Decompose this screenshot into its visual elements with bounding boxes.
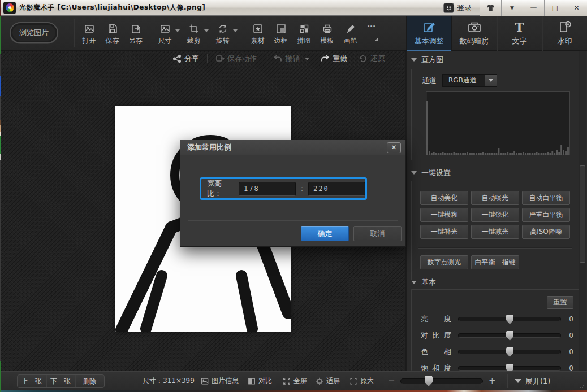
- white-balance-one-touch-button[interactable]: 白平衡一指键: [471, 255, 519, 269]
- digital-spot-metering-button[interactable]: 数字点测光: [420, 255, 468, 269]
- undo-button[interactable]: 撤销: [267, 54, 315, 64]
- scrollbar-thumb[interactable]: [580, 165, 585, 263]
- open-button[interactable]: 打开: [77, 16, 101, 51]
- delete-image-button[interactable]: 删除: [75, 375, 104, 387]
- dialog-title-bar[interactable]: 添加常用比例 ✕: [180, 140, 405, 155]
- actionbar-divider: [265, 54, 265, 63]
- chevron-down-icon: [489, 79, 493, 82]
- undo-dropdown-icon[interactable]: [305, 58, 309, 60]
- ratio-colon: :: [301, 185, 303, 193]
- fullscreen-button[interactable]: 全屏: [283, 371, 307, 391]
- compare-icon: [248, 377, 256, 385]
- material-button[interactable]: 素材: [246, 16, 269, 51]
- ok-button[interactable]: 确定: [301, 226, 349, 241]
- ratio-height-input[interactable]: [308, 182, 365, 196]
- edit-square-icon: [422, 20, 437, 34]
- fit-screen-button[interactable]: 适屏: [316, 371, 340, 391]
- auto-beautify-button[interactable]: 自动美化: [420, 191, 468, 205]
- redo-button[interactable]: 重做: [315, 54, 353, 64]
- tab-text[interactable]: T 文字: [497, 16, 542, 51]
- maximize-button[interactable]: □: [544, 0, 566, 16]
- channel-select[interactable]: RGB通道: [442, 74, 485, 87]
- desktop-edge-sliver: [0, 0, 1, 392]
- contrast-slider-row: 对比度 0: [421, 330, 573, 341]
- zoom-out-button[interactable]: −: [388, 371, 395, 391]
- zoom-in-button[interactable]: +: [489, 371, 496, 391]
- close-button[interactable]: ✕: [566, 0, 587, 16]
- onekey-section-header[interactable]: 一键设置: [411, 167, 451, 178]
- frame-icon: [275, 23, 287, 34]
- previous-image-button[interactable]: 上一张: [18, 375, 46, 387]
- fit-screen-icon: [316, 377, 323, 385]
- basic-section-header[interactable]: 基本: [411, 277, 436, 288]
- slider-thumb[interactable]: [506, 331, 513, 341]
- save-button[interactable]: 保存: [101, 16, 124, 51]
- dropdown-arrow-icon[interactable]: [233, 29, 238, 32]
- resize-icon: [159, 23, 171, 34]
- rotate-button[interactable]: 旋转: [211, 16, 234, 51]
- menu-chevron-button[interactable]: ▼: [501, 0, 523, 16]
- onekey-blur-button[interactable]: 一键模糊: [420, 208, 468, 222]
- share-button[interactable]: 分享: [167, 54, 205, 64]
- reset-button[interactable]: 重置: [547, 296, 573, 309]
- navigation-group: 上一张 下一张 删除: [17, 374, 105, 388]
- template-button[interactable]: 模板: [316, 16, 339, 51]
- onekey-sharpen-button[interactable]: 一键锐化: [471, 208, 519, 222]
- auto-exposure-button[interactable]: 自动曝光: [471, 191, 519, 205]
- skin-button[interactable]: [480, 0, 501, 16]
- onekey-section: 自动美化 自动曝光 自动白平衡 一键模糊 一键锐化 严重白平衡 一键补光 一键减…: [411, 181, 580, 280]
- ratio-field-group: 宽高比： :: [200, 177, 367, 200]
- original-size-icon: [349, 377, 357, 385]
- contrast-slider[interactable]: [458, 333, 561, 338]
- severe-white-balance-button[interactable]: 严重白平衡: [522, 208, 570, 222]
- text-T-icon: T: [515, 20, 524, 34]
- save-as-button[interactable]: 另存: [124, 16, 147, 51]
- panel-scrollbar[interactable]: [579, 51, 586, 371]
- tab-basic-adjust[interactable]: 基本调整: [406, 16, 451, 51]
- slider-thumb[interactable]: [506, 347, 513, 357]
- brush-button[interactable]: 画笔: [339, 16, 362, 51]
- ratio-width-input[interactable]: [239, 182, 296, 196]
- login-button[interactable]: 登录: [439, 0, 480, 16]
- dropdown-arrow-icon[interactable]: [175, 29, 180, 32]
- dropdown-arrow-icon[interactable]: [204, 29, 209, 32]
- hue-slider[interactable]: [458, 350, 561, 354]
- zoom-slider[interactable]: [400, 378, 483, 384]
- compare-button[interactable]: 对比: [248, 371, 272, 391]
- next-image-button[interactable]: 下一张: [46, 375, 75, 387]
- template-printer-icon: [322, 23, 333, 34]
- dialog-close-button[interactable]: ✕: [387, 142, 401, 153]
- high-iso-denoise-button[interactable]: 高ISO降噪: [522, 225, 570, 239]
- image-info-icon: [201, 377, 209, 385]
- channel-dropdown-button[interactable]: [485, 74, 497, 87]
- saturation-slider[interactable]: [458, 366, 561, 371]
- histogram-bars: [426, 92, 569, 155]
- onekey-fill-light-button[interactable]: 一键补光: [420, 225, 468, 239]
- original-size-button[interactable]: 原大: [349, 371, 374, 391]
- more-tools-button[interactable]: ⋯: [362, 16, 381, 51]
- slider-thumb[interactable]: [506, 315, 513, 324]
- collage-button[interactable]: 拼图: [292, 16, 316, 51]
- browse-images-button[interactable]: 浏览图片: [10, 22, 58, 43]
- cancel-button[interactable]: 取消: [353, 226, 402, 241]
- expand-handle-icon: [374, 37, 378, 41]
- histogram-section-header[interactable]: 直方图: [411, 54, 443, 66]
- image-info-button[interactable]: 图片信息: [201, 371, 239, 391]
- resize-button[interactable]: 尺寸: [153, 16, 176, 51]
- restore-icon: [359, 54, 368, 63]
- brightness-slider[interactable]: [458, 317, 561, 321]
- save-action-button[interactable]: 保存动作: [210, 54, 262, 64]
- minimize-button[interactable]: —: [523, 0, 544, 16]
- camera-icon: [467, 20, 482, 34]
- smiley-avatar-icon: [443, 3, 454, 13]
- restore-button[interactable]: 还原: [353, 54, 391, 64]
- tab-watermark[interactable]: 水印: [542, 16, 587, 51]
- auto-white-balance-button[interactable]: 自动白平衡: [522, 191, 570, 205]
- expand-panel-button[interactable]: 展开(1): [515, 371, 550, 391]
- onekey-dim-light-button[interactable]: 一键减光: [471, 225, 519, 239]
- resize-grip[interactable]: [579, 383, 585, 389]
- tab-digital-darkroom[interactable]: 数码暗房: [451, 16, 497, 51]
- crop-button[interactable]: 裁剪: [182, 16, 205, 51]
- frame-button[interactable]: 边框: [269, 16, 292, 51]
- zoom-slider-thumb[interactable]: [425, 376, 433, 386]
